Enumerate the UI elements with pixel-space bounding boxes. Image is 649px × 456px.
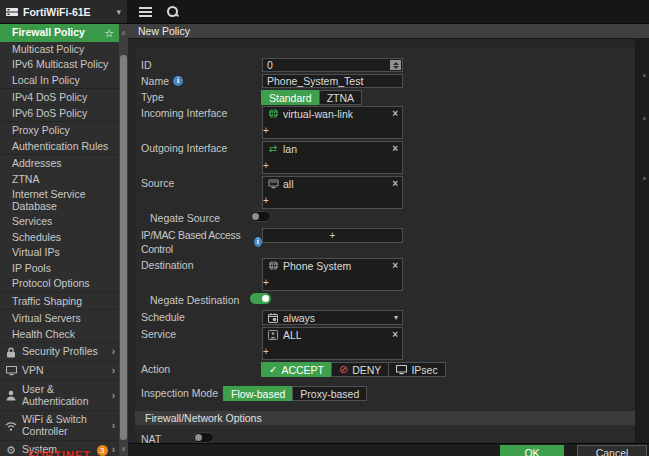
schedule-icon bbox=[267, 312, 279, 324]
fortigate-device-icon bbox=[6, 6, 18, 18]
page-title: New Policy bbox=[128, 24, 649, 39]
nat-label: NAT bbox=[141, 432, 193, 443]
sidebar-item-firewall-policy[interactable]: Firewall Policy ☆ bbox=[0, 24, 119, 42]
chevron-right-icon: › bbox=[112, 365, 115, 377]
sidebar-item-addresses[interactable]: Addresses bbox=[0, 154, 119, 172]
sidebar-item-ipv4-dos-policy[interactable]: IPv4 DoS Policy bbox=[0, 88, 119, 106]
action-accept-button[interactable]: ✓ ACCEPT bbox=[261, 362, 332, 377]
right-scrollbar[interactable] bbox=[635, 39, 649, 443]
nat-row: NAT bbox=[141, 432, 635, 443]
sidebar-item-virtual-ips[interactable]: Virtual IPs bbox=[0, 245, 119, 261]
sidebar-scrollbar[interactable]: ∧ ∨ bbox=[119, 24, 128, 456]
monitor-icon bbox=[5, 365, 17, 377]
negate-source-label: Negate Source bbox=[141, 211, 250, 225]
negate-destination-label: Negate Destination bbox=[141, 293, 250, 307]
sidebar-item-local-in-policy[interactable]: Local In Policy bbox=[0, 73, 119, 89]
action-deny-button[interactable]: ⊘ DENY bbox=[331, 362, 389, 377]
outgoing-interface-select: ⇄ lan × + bbox=[262, 141, 403, 174]
id-spinner[interactable] bbox=[390, 60, 401, 70]
schedule-label: Schedule bbox=[141, 310, 262, 324]
sidebar-item-multicast-policy[interactable]: Multicast Policy bbox=[0, 42, 119, 58]
name-input[interactable]: Phone_System_Test bbox=[262, 74, 403, 88]
selected-entry: all × bbox=[263, 177, 402, 190]
scroll-up-icon[interactable]: ∧ bbox=[119, 28, 128, 38]
ip-mac-label: IP/MAC Based Access Control i bbox=[141, 228, 262, 256]
sidebar-item-ztna[interactable]: ZTNA bbox=[0, 172, 119, 188]
source-label: Source bbox=[141, 176, 262, 190]
incoming-interface-select: virtual-wan-link × + bbox=[262, 106, 403, 139]
sidebar-item-services[interactable]: Services bbox=[0, 214, 119, 230]
sidebar-item-virtual-servers[interactable]: Virtual Servers bbox=[0, 309, 119, 327]
sidebar-item-ipv6-dos-policy[interactable]: IPv6 DoS Policy bbox=[0, 106, 119, 122]
favorite-star-icon[interactable]: ☆ bbox=[104, 28, 114, 38]
remove-icon[interactable]: × bbox=[392, 178, 398, 189]
deny-icon: ⊘ bbox=[339, 364, 348, 375]
sidebar-item-user-authentication[interactable]: User & Authentication › bbox=[0, 380, 119, 410]
add-entry-button[interactable]: + bbox=[263, 346, 269, 357]
negate-source-toggle[interactable] bbox=[250, 211, 271, 222]
sidebar-item-health-check[interactable]: Health Check bbox=[0, 327, 119, 343]
sidebar-nav: Firewall Policy ☆ Multicast Policy IPv6 … bbox=[0, 24, 119, 456]
address-group-icon bbox=[267, 260, 279, 272]
search-icon[interactable] bbox=[166, 5, 179, 18]
selected-entry: virtual-wan-link × bbox=[263, 107, 402, 120]
sidebar-item-traffic-shaping[interactable]: Traffic Shaping bbox=[0, 292, 119, 310]
device-dropdown-caret-icon[interactable]: ▾ bbox=[116, 7, 121, 17]
sidebar-item-ip-pools[interactable]: IP Pools bbox=[0, 261, 119, 277]
inspection-proxy-based-button[interactable]: Proxy-based bbox=[292, 386, 367, 401]
menu-hamburger-icon[interactable] bbox=[139, 7, 152, 17]
user-icon bbox=[5, 390, 17, 402]
sidebar-item-protocol-options[interactable]: Protocol Options bbox=[0, 276, 119, 292]
sidebar-item-ipv6-multicast-policy[interactable]: IPv6 Multicast Policy bbox=[0, 57, 119, 73]
negate-destination-toggle[interactable] bbox=[250, 293, 271, 304]
add-entry-button[interactable]: + bbox=[263, 125, 269, 136]
id-row: ID 0 bbox=[141, 58, 635, 72]
remove-icon[interactable]: × bbox=[392, 143, 398, 154]
scroll-down-icon[interactable]: ∨ bbox=[119, 444, 128, 454]
sidebar-item-wifi-switch-controller[interactable]: WiFi & Switch Controller › bbox=[0, 410, 119, 440]
add-entry-button[interactable]: + bbox=[263, 195, 269, 206]
ok-button[interactable]: OK bbox=[500, 445, 564, 456]
id-label: ID bbox=[141, 58, 262, 72]
outgoing-interface-row: Outgoing Interface ⇄ lan × + bbox=[141, 141, 635, 174]
top-bar-tools bbox=[127, 0, 649, 23]
check-icon: ✓ bbox=[269, 364, 277, 375]
add-entry-button[interactable]: + bbox=[263, 160, 269, 171]
remove-icon[interactable]: × bbox=[392, 108, 398, 119]
destination-select: Phone System × + bbox=[262, 258, 403, 291]
device-selector[interactable]: FortiWiFi-61E ▾ bbox=[0, 0, 127, 23]
negate-destination-row: Negate Destination bbox=[141, 293, 635, 307]
remove-icon[interactable]: × bbox=[392, 260, 398, 271]
inspection-mode-label: Inspection Mode bbox=[141, 386, 218, 400]
sidebar-item-authentication-rules[interactable]: Authentication Rules bbox=[0, 139, 119, 155]
id-input[interactable]: 0 bbox=[262, 58, 403, 72]
ip-mac-row: IP/MAC Based Access Control i + bbox=[141, 228, 635, 256]
sidebar-item-vpn[interactable]: VPN › bbox=[0, 361, 119, 380]
add-entry-button[interactable]: + bbox=[263, 277, 269, 288]
incoming-interface-row: Incoming Interface virtual-wan-link × + bbox=[141, 106, 635, 139]
remove-icon[interactable]: × bbox=[392, 329, 398, 340]
source-row: Source all × + bbox=[141, 176, 635, 209]
chevron-right-icon: › bbox=[112, 346, 115, 358]
sidebar-item-internet-service-database[interactable]: Internet Service Database bbox=[0, 187, 119, 214]
inspection-flow-based-button[interactable]: Flow-based bbox=[223, 386, 293, 401]
sidebar-scrollbar-thumb[interactable] bbox=[120, 55, 127, 440]
chevron-right-icon: › bbox=[112, 390, 115, 402]
cancel-button[interactable]: Cancel bbox=[577, 445, 647, 456]
type-ztna-button[interactable]: ZTNA bbox=[319, 90, 362, 105]
nat-toggle[interactable] bbox=[193, 432, 214, 443]
fortinet-logo: FORTINET bbox=[0, 449, 119, 456]
sidebar-item-security-profiles[interactable]: Security Profiles › bbox=[0, 342, 119, 361]
ip-mac-add-button[interactable]: + bbox=[262, 228, 403, 243]
sidebar-item-proxy-policy[interactable]: Proxy Policy bbox=[0, 121, 119, 139]
type-standard-button[interactable]: Standard bbox=[261, 90, 320, 105]
schedule-row: Schedule always ▾ bbox=[141, 310, 635, 325]
outgoing-interface-label: Outgoing Interface bbox=[141, 141, 262, 155]
schedule-dropdown[interactable]: always ▾ bbox=[262, 310, 403, 325]
fortigate-app: FortiWiFi-61E ▾ Firewall Policy ☆ Multic… bbox=[0, 0, 649, 456]
sidebar-item-schedules[interactable]: Schedules bbox=[0, 230, 119, 246]
dropdown-caret-icon: ▾ bbox=[394, 313, 398, 322]
action-ipsec-button[interactable]: IPsec bbox=[388, 362, 445, 377]
negate-source-row: Negate Source bbox=[141, 211, 635, 225]
lock-icon bbox=[5, 346, 17, 358]
